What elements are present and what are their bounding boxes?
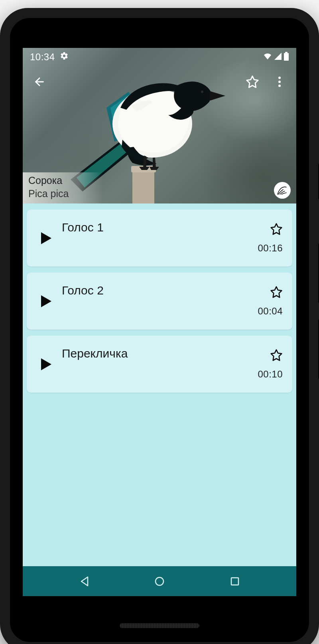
signal-icon [274,52,282,62]
sound-duration: 00:16 [258,243,283,254]
sound-title: Голос 2 [56,281,258,297]
favorite-button[interactable] [244,74,260,90]
sound-favorite-button[interactable] [270,223,283,235]
play-button[interactable] [36,231,56,245]
sound-card[interactable]: Голос 1 00:16 [27,209,292,267]
app-bar [23,70,296,94]
nav-back-button[interactable] [76,573,92,589]
svg-rect-5 [285,52,287,53]
svg-rect-0 [132,168,154,203]
sound-card[interactable]: Голос 2 00:04 [27,273,292,330]
nav-recents-button[interactable] [227,573,243,589]
sound-list: Голос 1 00:16 Голос 2 [23,203,296,399]
more-button[interactable] [272,74,287,90]
bird-latin-name: Pica pica [28,188,97,200]
android-nav-bar [23,566,296,596]
svg-point-6 [278,77,281,79]
phone-speaker-bottom [120,623,199,628]
header-image: 10:34 [23,48,296,203]
sound-title: Голос 1 [56,217,258,234]
sound-favorite-button[interactable] [270,286,283,298]
sound-title: Перекличка [56,344,258,360]
back-button[interactable] [32,74,47,90]
sound-favorite-button[interactable] [270,349,283,362]
svg-point-9 [156,577,163,585]
battery-icon [284,52,289,62]
photo-credit-badge[interactable] [274,182,291,199]
sound-duration: 00:04 [258,306,283,317]
svg-rect-4 [284,53,289,61]
nav-home-button[interactable] [152,573,167,589]
sound-card[interactable]: Перекличка 00:10 [27,336,292,393]
phone-frame: 10:34 [0,8,319,644]
svg-point-8 [278,85,281,87]
bird-common-name: Сорока [28,175,97,186]
title-overlay: Сорока Pica pica [23,172,102,203]
play-button[interactable] [36,294,56,308]
status-bar: 10:34 [23,48,296,66]
settings-icon [60,51,69,63]
svg-rect-10 [231,578,238,585]
wifi-icon [263,52,272,62]
sound-duration: 00:10 [258,369,283,380]
play-button[interactable] [36,358,56,371]
app-screen: 10:34 [23,48,296,596]
status-time: 10:34 [30,51,55,63]
svg-point-7 [278,81,281,83]
